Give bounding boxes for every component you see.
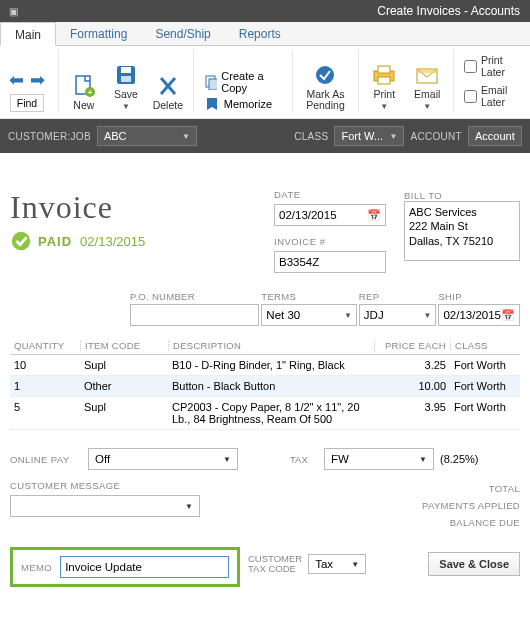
rep-select[interactable]: JDJ▼ bbox=[359, 304, 437, 326]
create-copy-button[interactable]: Create a Copy bbox=[204, 70, 282, 94]
tax-select[interactable]: FW▼ bbox=[324, 448, 434, 470]
tab-strip: Main Formatting Send/Ship Reports bbox=[0, 22, 530, 46]
save-close-button[interactable]: Save & Close bbox=[428, 552, 520, 576]
tax-percent: (8.25%) bbox=[440, 453, 479, 465]
online-pay-select[interactable]: Off▼ bbox=[88, 448, 238, 470]
check-circle-icon bbox=[314, 63, 336, 87]
col-class: CLASS bbox=[450, 340, 520, 351]
print-icon bbox=[371, 63, 397, 87]
find-button[interactable]: Find bbox=[10, 94, 44, 112]
delete-icon bbox=[157, 74, 179, 98]
terms-select[interactable]: Net 30▼ bbox=[261, 304, 357, 326]
customer-message-label: CUSTOMER MESSAGE bbox=[10, 480, 278, 491]
chevron-down-icon: ▼ bbox=[182, 132, 190, 141]
billto-field[interactable]: ABC Services 222 Main St Dallas, TX 7521… bbox=[404, 201, 520, 261]
table-row[interactable]: 5 Supl CP2003 - Copy Paper, 8 1/2" x 11"… bbox=[10, 397, 520, 430]
col-price: PRICE EACH bbox=[374, 340, 450, 351]
tax-code-label: CUSTOMER TAX CODE bbox=[248, 554, 302, 575]
invoice-no-field[interactable]: B3354Z bbox=[274, 251, 386, 273]
ribbon: ⬅ ➡ Find + New Save ▼ Delete Create a Co… bbox=[0, 46, 530, 119]
table-row[interactable]: 10 Supl B10 - D-Ring Binder, 1" Ring, Bl… bbox=[10, 355, 520, 376]
svg-rect-4 bbox=[121, 67, 131, 73]
paid-stamp: PAID 02/13/2015 bbox=[10, 230, 264, 252]
tab-formatting[interactable]: Formatting bbox=[56, 22, 141, 45]
tab-main[interactable]: Main bbox=[0, 22, 56, 46]
email-button[interactable]: Email ▼ bbox=[407, 63, 447, 112]
chevron-down-icon: ▼ bbox=[351, 560, 359, 569]
save-icon bbox=[115, 63, 137, 87]
save-button[interactable]: Save ▼ bbox=[107, 63, 145, 112]
table-row[interactable]: 1 Other Button - Black Button 10.00 Fort… bbox=[10, 376, 520, 397]
customer-message-select[interactable]: ▼ bbox=[10, 495, 200, 517]
chevron-down-icon: ▼ bbox=[423, 102, 431, 111]
memo-input[interactable] bbox=[60, 556, 229, 578]
chevron-down-icon: ▼ bbox=[380, 102, 388, 111]
chevron-down-icon: ▼ bbox=[122, 102, 130, 111]
copy-icon bbox=[204, 74, 218, 90]
chevron-down-icon: ▼ bbox=[390, 132, 398, 141]
date-label: DATE bbox=[274, 189, 394, 200]
memorize-button[interactable]: Memorize bbox=[204, 96, 282, 112]
invoice-no-label: INVOICE # bbox=[274, 236, 394, 247]
chevron-down-icon: ▼ bbox=[344, 311, 352, 320]
po-field[interactable] bbox=[130, 304, 259, 326]
print-button[interactable]: Print ▼ bbox=[365, 63, 403, 112]
chevron-down-icon: ▼ bbox=[223, 455, 231, 464]
date-field[interactable]: 02/13/2015 📅 bbox=[274, 204, 386, 226]
new-button[interactable]: + New bbox=[65, 74, 103, 112]
next-button[interactable]: ➡ bbox=[28, 69, 47, 91]
customer-job-label: CUSTOMER:JOB bbox=[8, 131, 91, 142]
title-bar: ▣ Create Invoices - Accounts bbox=[0, 0, 530, 22]
svg-point-16 bbox=[12, 232, 30, 250]
col-item: ITEM CODE bbox=[80, 340, 168, 351]
account-select[interactable]: Account bbox=[468, 126, 522, 146]
prev-button[interactable]: ⬅ bbox=[7, 69, 26, 91]
calendar-icon[interactable]: 📅 bbox=[501, 309, 515, 322]
ship-field[interactable]: 02/13/2015📅 bbox=[438, 304, 520, 326]
new-doc-icon: + bbox=[73, 74, 95, 98]
customer-job-select[interactable]: ABC▼ bbox=[97, 126, 197, 146]
memo-label: MEMO bbox=[21, 562, 52, 573]
window-title: Create Invoices - Accounts bbox=[28, 4, 524, 18]
memorize-icon bbox=[204, 96, 220, 112]
col-qty: QUANTITY bbox=[10, 340, 80, 351]
po-label: P.O. NUMBER bbox=[130, 291, 259, 304]
terms-label: TERMS bbox=[261, 291, 357, 304]
ship-label: SHIP bbox=[438, 291, 520, 304]
svg-rect-15 bbox=[417, 69, 437, 73]
print-later-checkbox[interactable]: Print Later bbox=[464, 52, 524, 80]
svg-rect-9 bbox=[209, 79, 218, 90]
memo-highlight: MEMO bbox=[10, 547, 240, 587]
chevron-down-icon: ▼ bbox=[419, 455, 427, 464]
chevron-down-icon: ▼ bbox=[185, 502, 193, 511]
tax-code-select[interactable]: Tax▼ bbox=[308, 554, 366, 574]
footer-row: MEMO CUSTOMER TAX CODE Tax▼ Save & Close bbox=[0, 537, 530, 597]
svg-rect-13 bbox=[378, 77, 390, 84]
tab-reports[interactable]: Reports bbox=[225, 22, 295, 45]
email-later-checkbox[interactable]: Email Later bbox=[464, 82, 524, 110]
rep-label: REP bbox=[359, 291, 437, 304]
balance-label: BALANCE DUE bbox=[290, 514, 520, 531]
calendar-icon[interactable]: 📅 bbox=[367, 209, 381, 222]
svg-rect-12 bbox=[378, 66, 390, 73]
email-icon bbox=[414, 63, 440, 87]
billto-label: BILL TO bbox=[404, 190, 442, 201]
line-items-table: QUANTITY ITEM CODE DESCRIPTION PRICE EAC… bbox=[10, 340, 520, 430]
payments-label: PAYMENTS APPLIED bbox=[290, 497, 520, 514]
paid-check-icon bbox=[10, 230, 32, 252]
svg-text:+: + bbox=[88, 88, 93, 97]
mark-pending-button[interactable]: Mark As Pending bbox=[298, 63, 352, 112]
page-title: Invoice bbox=[10, 189, 264, 226]
nav-group: ⬅ ➡ Find bbox=[2, 68, 52, 112]
col-desc: DESCRIPTION bbox=[168, 340, 374, 351]
svg-point-10 bbox=[316, 66, 334, 84]
account-label: ACCOUNT bbox=[410, 131, 462, 142]
tax-label: TAX bbox=[290, 454, 318, 465]
tab-send-ship[interactable]: Send/Ship bbox=[141, 22, 224, 45]
online-pay-label: ONLINE PAY bbox=[10, 454, 80, 465]
context-bar: CUSTOMER:JOB ABC▼ CLASS Fort W...▼ ACCOU… bbox=[0, 119, 530, 153]
window-icon: ▣ bbox=[6, 6, 20, 17]
delete-button[interactable]: Delete bbox=[149, 74, 187, 112]
chevron-down-icon: ▼ bbox=[424, 311, 432, 320]
class-select[interactable]: Fort W...▼ bbox=[334, 126, 404, 146]
